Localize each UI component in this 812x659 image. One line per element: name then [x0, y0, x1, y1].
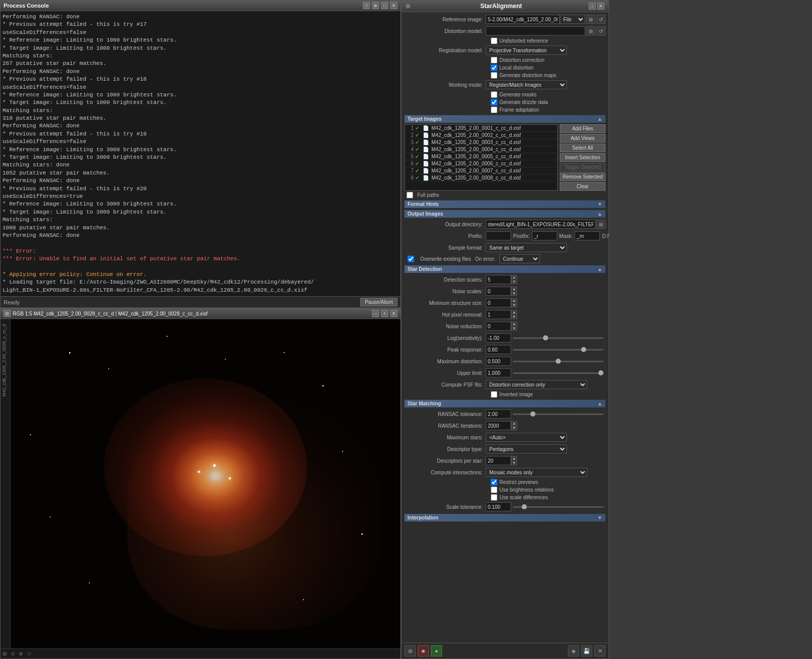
- noise-reduction-input[interactable]: [486, 322, 511, 331]
- reset-instance-btn[interactable]: ⊛: [404, 645, 416, 656]
- generate-masks-checkbox[interactable]: [491, 91, 497, 98]
- inverted-image-checkbox[interactable]: [491, 391, 497, 398]
- add-files-button[interactable]: Add Files: [560, 124, 605, 133]
- overwrite-checkbox[interactable]: [408, 256, 414, 262]
- distortion-model-reset-btn[interactable]: ↺: [596, 26, 605, 36]
- table-row[interactable]: 7✔📄M42_cdk_1205_2.00_0007_c_cc_d.xisf: [405, 167, 557, 175]
- distortion-model-browse-btn[interactable]: ⊞: [586, 26, 595, 36]
- hot-pixel-input[interactable]: [486, 310, 511, 319]
- toggle-selected-button[interactable]: Toggle Selected: [560, 163, 605, 171]
- detection-scales-spinner[interactable]: ▲▼: [511, 275, 517, 284]
- registration-model-select[interactable]: Projective Transformation Homography Sim…: [486, 46, 567, 55]
- target-images-expand[interactable]: ▲: [597, 116, 602, 122]
- format-hints-expand[interactable]: ▼: [597, 201, 602, 207]
- select-all-button[interactable]: Select All: [560, 144, 605, 152]
- postfix-input[interactable]: [532, 231, 557, 240]
- generate-drizzle-checkbox[interactable]: [491, 99, 497, 106]
- undistorted-ref-checkbox[interactable]: [491, 38, 497, 44]
- star-detection-expand[interactable]: ▲: [597, 266, 602, 272]
- console-maximize-btn[interactable]: □: [381, 2, 388, 9]
- detection-scales-input[interactable]: [486, 275, 511, 284]
- frame-adaptation-checkbox[interactable]: [491, 107, 497, 113]
- star-9: [303, 599, 304, 600]
- compute-intersections-select[interactable]: Mosaic modes only Always Never: [486, 468, 587, 477]
- distortion-correction-checkbox[interactable]: [491, 57, 497, 63]
- interpolation-expand[interactable]: ▼: [597, 515, 602, 521]
- noise-scales-spinner[interactable]: ▲▼: [511, 287, 517, 296]
- output-directory-input[interactable]: [486, 220, 595, 229]
- table-row[interactable]: 5✔📄M42_cdk_1205_2.00_0005_c_cc_d.xisf: [405, 153, 557, 160]
- scale-tolerance-slider[interactable]: [513, 506, 603, 508]
- new-instance-btn[interactable]: ◈: [568, 645, 579, 656]
- max-distortion-slider[interactable]: [513, 361, 603, 362]
- mask-input[interactable]: [574, 231, 600, 240]
- descriptor-type-select[interactable]: Pentagons Triangles: [486, 444, 567, 454]
- stop-btn[interactable]: ■: [418, 645, 429, 656]
- reference-image-input[interactable]: [486, 15, 560, 24]
- noise-scales-input[interactable]: [486, 287, 511, 296]
- save-btn[interactable]: 💾: [581, 645, 592, 656]
- ransac-iterations-input[interactable]: [486, 421, 511, 430]
- generate-distortion-maps-checkbox[interactable]: [491, 72, 497, 79]
- run-btn[interactable]: ●: [431, 645, 442, 656]
- console-minimize-btn[interactable]: ▽: [363, 2, 370, 9]
- ransac-tolerance-slider[interactable]: [513, 413, 603, 415]
- min-structure-input[interactable]: [486, 298, 511, 307]
- max-stars-select[interactable]: <Auto> 100 200 500 1000: [486, 433, 567, 442]
- table-row[interactable]: 4✔📄M42_cdk_1205_2.00_0004_c_cc_d.xisf: [405, 146, 557, 153]
- descriptors-per-star-spinner[interactable]: ▲▼: [511, 456, 517, 465]
- local-distortion-checkbox[interactable]: [491, 64, 497, 71]
- viewer-minimize-btn[interactable]: ─: [372, 310, 379, 317]
- use-scale-checkbox[interactable]: [491, 494, 497, 501]
- compute-psf-select[interactable]: Distortion correction only Always Never: [486, 380, 587, 389]
- hot-pixel-spinner[interactable]: ▲▼: [511, 310, 517, 319]
- invert-selection-button[interactable]: Invert Selection: [560, 153, 605, 162]
- viewer-icon-btn[interactable]: ⊞: [4, 310, 11, 317]
- table-row[interactable]: 2✔📄M42_cdk_1205_2.00_0002_c_cc_d.xisf: [405, 132, 557, 139]
- clear-button[interactable]: Clear: [560, 182, 605, 191]
- console-output[interactable]: Performing RANSAC: done* Previous attemp…: [1, 11, 400, 296]
- distortion-model-input[interactable]: [486, 26, 585, 36]
- log-sensitivity-input[interactable]: [486, 333, 511, 342]
- table-row[interactable]: 3✔📄M42_cdk_1205_2.00_0003_c_cc_d.xisf: [405, 139, 557, 146]
- reference-image-reset-btn[interactable]: ↺: [596, 15, 605, 24]
- output-images-expand[interactable]: ▲: [597, 211, 602, 217]
- output-directory-browse-btn[interactable]: ⊞: [596, 220, 605, 229]
- console-bluetooth-btn[interactable]: ⊕: [372, 2, 379, 9]
- sa-expand-btn[interactable]: ↕: [589, 3, 596, 10]
- upper-limit-slider[interactable]: [513, 372, 603, 374]
- star-matching-expand[interactable]: ▲: [597, 401, 602, 406]
- working-mode-select[interactable]: Register/Match Images Generate Drizzle D…: [486, 80, 567, 89]
- target-files-table[interactable]: 1✔📄M42_cdk_1205_2.00_0001_c_cc_d.xisf2✔📄…: [404, 124, 558, 191]
- reference-image-browse-btn[interactable]: ⊞: [586, 15, 595, 24]
- restrict-previews-checkbox[interactable]: [491, 479, 497, 485]
- use-brightness-checkbox[interactable]: [491, 487, 497, 493]
- reference-image-mode-select[interactable]: File View: [560, 15, 585, 24]
- max-distortion-input[interactable]: [486, 357, 511, 366]
- scale-tolerance-input[interactable]: [486, 502, 511, 511]
- full-paths-checkbox[interactable]: [407, 192, 413, 198]
- table-row[interactable]: 1✔📄M42_cdk_1205_2.00_0001_c_cc_d.xisf: [405, 125, 557, 132]
- peak-response-input[interactable]: [486, 345, 511, 354]
- viewer-close-btn[interactable]: ✕: [390, 310, 397, 317]
- table-row[interactable]: 6✔📄M42_cdk_1205_2.00_0006_c_cc_d.xisf: [405, 160, 557, 167]
- min-structure-spinner[interactable]: ▲▼: [511, 298, 517, 307]
- prefix-input[interactable]: [486, 231, 511, 240]
- sa-close-btn[interactable]: ✕: [597, 3, 604, 10]
- on-error-select[interactable]: Continue Abort: [499, 254, 540, 263]
- pause-abort-button[interactable]: Pause/Abort: [360, 298, 397, 306]
- descriptors-per-star-input[interactable]: [486, 456, 511, 465]
- remove-selected-button[interactable]: Remove Selected: [560, 172, 605, 181]
- peak-response-slider[interactable]: [513, 349, 603, 351]
- sample-format-select[interactable]: Same as target 8-bit integer 16-bit inte…: [486, 243, 567, 252]
- noise-reduction-spinner[interactable]: ▲▼: [511, 322, 517, 331]
- close-sa-btn[interactable]: ✕: [594, 645, 605, 656]
- ransac-tolerance-input[interactable]: [486, 409, 511, 419]
- upper-limit-input[interactable]: [486, 368, 511, 377]
- table-row[interactable]: 8✔📄M42_cdk_1205_2.00_0008_c_cc_d.xisf: [405, 175, 557, 182]
- console-close-btn[interactable]: ✕: [390, 2, 397, 9]
- log-sensitivity-slider[interactable]: [513, 337, 603, 339]
- ransac-iterations-spinner[interactable]: ▲▼: [511, 421, 517, 430]
- add-views-button[interactable]: Add Views: [560, 134, 605, 143]
- viewer-expand-btn[interactable]: +: [381, 310, 388, 317]
